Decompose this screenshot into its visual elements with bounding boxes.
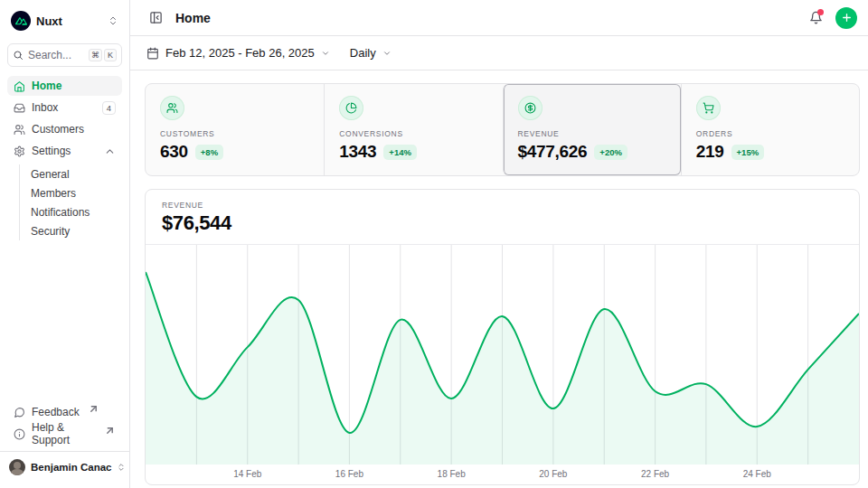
stat-label: REVENUE: [518, 129, 666, 138]
period-select[interactable]: Daily: [348, 42, 393, 63]
team-name: Nuxt: [36, 14, 102, 28]
stat-value: 630: [160, 142, 188, 162]
kbd-cmd: ⌘: [89, 49, 102, 61]
main: Home Feb 12, 2025 - Feb 26, 2025 Daily: [130, 0, 868, 488]
stats-row: CUSTOMERS 630 +8% CONVERSIONS 1343 +14%: [145, 83, 860, 176]
kbd-k: K: [104, 49, 117, 61]
delta-badge: +20%: [594, 145, 627, 160]
x-tick-label: 24 Feb: [743, 469, 771, 479]
user-menu[interactable]: Benjamin Canac: [0, 451, 129, 481]
chart-header: REVENUE $76,544: [146, 190, 859, 245]
panel-left-close-icon: [149, 11, 163, 24]
x-tick-label: 18 Feb: [438, 469, 466, 479]
gear-icon: [14, 145, 25, 157]
search-input-wrap[interactable]: ⌘ K: [7, 43, 122, 67]
delta-badge: +8%: [195, 145, 223, 160]
stat-value: $477,626: [518, 142, 588, 162]
stat-label: CUSTOMERS: [160, 129, 309, 138]
sidebar-item-customers[interactable]: Customers: [7, 119, 122, 139]
sidebar-item-home[interactable]: Home: [7, 76, 122, 96]
sidebar-item-notifications[interactable]: Notifications: [20, 202, 122, 221]
search-input[interactable]: [28, 49, 71, 61]
x-tick-label: 16 Feb: [335, 469, 363, 479]
page-title: Home: [175, 11, 211, 25]
chevron-down-icon: [321, 49, 330, 58]
unfold-icon: [117, 463, 126, 472]
sidebar-item-label: Home: [32, 80, 61, 92]
topbar: Home: [130, 0, 868, 36]
external-link-icon: [88, 403, 99, 415]
x-tick-label: 22 Feb: [641, 469, 669, 479]
circle-dollar-icon: [518, 96, 542, 120]
x-tick-label: 14 Feb: [233, 469, 261, 479]
users-icon: [14, 124, 25, 136]
notifications-button[interactable]: [805, 7, 826, 29]
sidebar-item-inbox[interactable]: Inbox 4: [7, 98, 122, 117]
delta-badge: +15%: [731, 145, 765, 160]
stat-value: 219: [696, 142, 724, 162]
revenue-chart-plot: [146, 245, 859, 465]
plus-icon: [841, 12, 853, 23]
search-kbd: ⌘ K: [89, 49, 117, 61]
period-label: Daily: [350, 46, 376, 60]
calendar-icon: [146, 47, 159, 60]
chart-value: $76,544: [162, 211, 843, 235]
x-tick-label: 20 Feb: [539, 469, 567, 479]
stat-label: ORDERS: [696, 129, 844, 138]
date-range-label: Feb 12, 2025 - Feb 26, 2025: [165, 46, 315, 60]
chart-pie-icon: [339, 96, 363, 120]
unfold-icon: [108, 15, 118, 26]
chart-label: REVENUE: [162, 201, 843, 210]
sidebar: Nuxt ⌘ K Home Inbox 4 Customers: [0, 0, 130, 488]
date-range-picker[interactable]: Feb 12, 2025 - Feb 26, 2025: [145, 42, 332, 63]
home-icon: [14, 80, 25, 92]
sidebar-item-security[interactable]: Security: [20, 221, 122, 240]
inbox-count-badge: 4: [102, 101, 116, 115]
delta-badge: +14%: [383, 145, 417, 160]
chevron-up-icon: [104, 145, 116, 157]
sidebar-item-label: Customers: [32, 123, 84, 136]
settings-subnav: General Members Notifications Security: [19, 164, 122, 240]
chevron-down-icon: [382, 49, 392, 58]
sidebar-footer: Feedback Help & Support: [7, 402, 122, 444]
footer-link-label: Help & Support: [32, 421, 96, 446]
users-icon: [160, 96, 184, 120]
stat-card-revenue[interactable]: REVENUE $477,626 +20%: [503, 84, 681, 175]
stat-value: 1343: [339, 142, 376, 162]
info-circle-icon: [14, 428, 25, 440]
sidebar-item-label: Inbox: [32, 101, 58, 114]
revenue-chart-card: REVENUE $76,544 14 Feb16 Feb18 Feb20 Feb…: [145, 189, 860, 485]
sidebar-item-settings[interactable]: Settings: [7, 141, 122, 161]
nuxt-logo-icon: [11, 11, 31, 31]
feedback-link[interactable]: Feedback: [7, 402, 122, 422]
revenue-chart-svg: [146, 245, 859, 465]
message-circle-icon: [14, 407, 25, 418]
stat-card-customers[interactable]: CUSTOMERS 630 +8%: [146, 84, 324, 175]
inbox-icon: [14, 102, 25, 114]
collapse-sidebar-button[interactable]: [145, 7, 166, 29]
chart-x-axis: 14 Feb16 Feb18 Feb20 Feb22 Feb24 Feb: [146, 465, 859, 484]
content: CUSTOMERS 630 +8% CONVERSIONS 1343 +14%: [130, 70, 868, 485]
footer-link-label: Feedback: [32, 406, 80, 418]
notification-dot: [817, 9, 824, 15]
app: Nuxt ⌘ K Home Inbox 4 Customers: [0, 0, 868, 488]
help-support-link[interactable]: Help & Support: [7, 424, 122, 444]
sidebar-item-label: Settings: [32, 145, 71, 157]
avatar: [9, 459, 25, 475]
sidebar-item-members[interactable]: Members: [20, 183, 122, 202]
topbar-actions: [805, 7, 857, 29]
stat-card-conversions[interactable]: CONVERSIONS 1343 +14%: [324, 84, 502, 175]
sidebar-item-general[interactable]: General: [20, 164, 122, 183]
team-switcher[interactable]: Nuxt: [7, 7, 122, 34]
stat-card-orders[interactable]: ORDERS 219 +15%: [681, 84, 859, 175]
search-icon: [13, 50, 24, 61]
stat-label: CONVERSIONS: [339, 129, 487, 138]
user-name: Benjamin Canac: [31, 462, 111, 473]
add-button[interactable]: [835, 7, 857, 29]
filters-toolbar: Feb 12, 2025 - Feb 26, 2025 Daily: [130, 36, 868, 70]
shopping-cart-icon: [696, 96, 721, 120]
sidebar-nav: Home Inbox 4 Customers Settings General …: [7, 76, 122, 240]
external-link-icon: [104, 425, 116, 436]
